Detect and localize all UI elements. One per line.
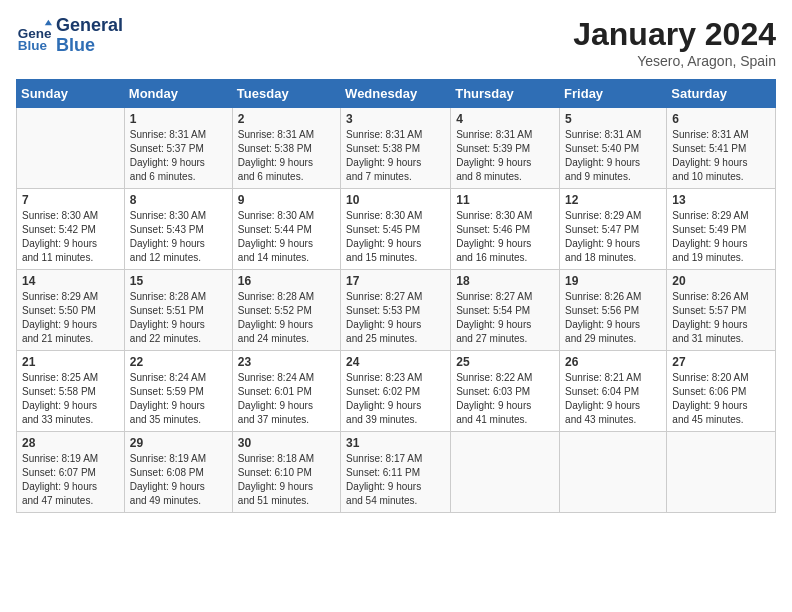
calendar-cell: 15Sunrise: 8:28 AMSunset: 5:51 PMDayligh… bbox=[124, 270, 232, 351]
cell-info-line: Sunrise: 8:30 AM bbox=[130, 210, 206, 221]
cell-info-line: Sunrise: 8:30 AM bbox=[346, 210, 422, 221]
cell-info-line: Sunset: 5:38 PM bbox=[238, 143, 312, 154]
cell-info-line: Sunset: 5:40 PM bbox=[565, 143, 639, 154]
svg-text:Blue: Blue bbox=[18, 38, 48, 53]
cell-info-line: and 7 minutes. bbox=[346, 171, 412, 182]
cell-info-line: and 49 minutes. bbox=[130, 495, 201, 506]
cell-info-line: Daylight: 9 hours bbox=[130, 157, 205, 168]
cell-info-line: Daylight: 9 hours bbox=[565, 400, 640, 411]
day-header-tuesday: Tuesday bbox=[232, 80, 340, 108]
calendar-cell: 3Sunrise: 8:31 AMSunset: 5:38 PMDaylight… bbox=[341, 108, 451, 189]
cell-info-line: Sunrise: 8:29 AM bbox=[672, 210, 748, 221]
calendar-cell: 24Sunrise: 8:23 AMSunset: 6:02 PMDayligh… bbox=[341, 351, 451, 432]
cell-info-line: and 25 minutes. bbox=[346, 333, 417, 344]
day-number: 14 bbox=[22, 274, 119, 288]
title-block: January 2024 Yesero, Aragon, Spain bbox=[573, 16, 776, 69]
cell-info-line: and 6 minutes. bbox=[130, 171, 196, 182]
cell-info-line: and 16 minutes. bbox=[456, 252, 527, 263]
cell-info-line: Daylight: 9 hours bbox=[346, 157, 421, 168]
day-header-thursday: Thursday bbox=[451, 80, 560, 108]
cell-info-line: Daylight: 9 hours bbox=[672, 400, 747, 411]
calendar-cell: 18Sunrise: 8:27 AMSunset: 5:54 PMDayligh… bbox=[451, 270, 560, 351]
cell-info-line: Daylight: 9 hours bbox=[22, 319, 97, 330]
day-number: 1 bbox=[130, 112, 227, 126]
calendar-week-1: 1Sunrise: 8:31 AMSunset: 5:37 PMDaylight… bbox=[17, 108, 776, 189]
day-header-sunday: Sunday bbox=[17, 80, 125, 108]
cell-info-line: Sunset: 6:03 PM bbox=[456, 386, 530, 397]
cell-info: Sunrise: 8:28 AMSunset: 5:52 PMDaylight:… bbox=[238, 290, 335, 346]
calendar-cell: 28Sunrise: 8:19 AMSunset: 6:07 PMDayligh… bbox=[17, 432, 125, 513]
cell-info: Sunrise: 8:27 AMSunset: 5:54 PMDaylight:… bbox=[456, 290, 554, 346]
cell-info-line: Sunset: 5:41 PM bbox=[672, 143, 746, 154]
day-number: 17 bbox=[346, 274, 445, 288]
calendar-cell: 20Sunrise: 8:26 AMSunset: 5:57 PMDayligh… bbox=[667, 270, 776, 351]
cell-info-line: Sunset: 5:46 PM bbox=[456, 224, 530, 235]
day-number: 27 bbox=[672, 355, 770, 369]
cell-info-line: Sunset: 5:56 PM bbox=[565, 305, 639, 316]
cell-info-line: Sunrise: 8:25 AM bbox=[22, 372, 98, 383]
cell-info-line: Sunset: 5:44 PM bbox=[238, 224, 312, 235]
cell-info: Sunrise: 8:28 AMSunset: 5:51 PMDaylight:… bbox=[130, 290, 227, 346]
cell-info-line: and 39 minutes. bbox=[346, 414, 417, 425]
cell-info-line: Sunrise: 8:30 AM bbox=[238, 210, 314, 221]
calendar-cell: 26Sunrise: 8:21 AMSunset: 6:04 PMDayligh… bbox=[560, 351, 667, 432]
cell-info-line: Sunset: 6:06 PM bbox=[672, 386, 746, 397]
day-number: 18 bbox=[456, 274, 554, 288]
location: Yesero, Aragon, Spain bbox=[573, 53, 776, 69]
calendar-cell: 5Sunrise: 8:31 AMSunset: 5:40 PMDaylight… bbox=[560, 108, 667, 189]
cell-info-line: Sunrise: 8:19 AM bbox=[130, 453, 206, 464]
cell-info-line: Daylight: 9 hours bbox=[346, 238, 421, 249]
cell-info-line: Sunset: 5:59 PM bbox=[130, 386, 204, 397]
cell-info-line: and 8 minutes. bbox=[456, 171, 522, 182]
cell-info: Sunrise: 8:30 AMSunset: 5:45 PMDaylight:… bbox=[346, 209, 445, 265]
day-number: 24 bbox=[346, 355, 445, 369]
cell-info: Sunrise: 8:31 AMSunset: 5:38 PMDaylight:… bbox=[238, 128, 335, 184]
cell-info: Sunrise: 8:25 AMSunset: 5:58 PMDaylight:… bbox=[22, 371, 119, 427]
calendar-week-4: 21Sunrise: 8:25 AMSunset: 5:58 PMDayligh… bbox=[17, 351, 776, 432]
cell-info-line: and 31 minutes. bbox=[672, 333, 743, 344]
cell-info-line: Sunrise: 8:26 AM bbox=[565, 291, 641, 302]
cell-info: Sunrise: 8:31 AMSunset: 5:38 PMDaylight:… bbox=[346, 128, 445, 184]
cell-info-line: Sunrise: 8:31 AM bbox=[346, 129, 422, 140]
calendar-cell: 8Sunrise: 8:30 AMSunset: 5:43 PMDaylight… bbox=[124, 189, 232, 270]
day-number: 23 bbox=[238, 355, 335, 369]
calendar-cell: 25Sunrise: 8:22 AMSunset: 6:03 PMDayligh… bbox=[451, 351, 560, 432]
cell-info-line: and 6 minutes. bbox=[238, 171, 304, 182]
cell-info-line: Sunset: 6:02 PM bbox=[346, 386, 420, 397]
cell-info-line: and 35 minutes. bbox=[130, 414, 201, 425]
cell-info-line: Sunrise: 8:31 AM bbox=[130, 129, 206, 140]
logo-icon: General Blue bbox=[16, 18, 52, 54]
calendar-cell: 10Sunrise: 8:30 AMSunset: 5:45 PMDayligh… bbox=[341, 189, 451, 270]
cell-info-line: Sunrise: 8:18 AM bbox=[238, 453, 314, 464]
cell-info-line: Daylight: 9 hours bbox=[565, 319, 640, 330]
day-number: 9 bbox=[238, 193, 335, 207]
calendar-table: SundayMondayTuesdayWednesdayThursdayFrid… bbox=[16, 79, 776, 513]
cell-info: Sunrise: 8:20 AMSunset: 6:06 PMDaylight:… bbox=[672, 371, 770, 427]
calendar-cell: 17Sunrise: 8:27 AMSunset: 5:53 PMDayligh… bbox=[341, 270, 451, 351]
calendar-cell: 29Sunrise: 8:19 AMSunset: 6:08 PMDayligh… bbox=[124, 432, 232, 513]
calendar-cell: 21Sunrise: 8:25 AMSunset: 5:58 PMDayligh… bbox=[17, 351, 125, 432]
cell-info-line: Sunrise: 8:17 AM bbox=[346, 453, 422, 464]
cell-info-line: Sunset: 5:58 PM bbox=[22, 386, 96, 397]
cell-info-line: Daylight: 9 hours bbox=[130, 400, 205, 411]
cell-info: Sunrise: 8:19 AMSunset: 6:07 PMDaylight:… bbox=[22, 452, 119, 508]
cell-info-line: Daylight: 9 hours bbox=[238, 319, 313, 330]
cell-info: Sunrise: 8:29 AMSunset: 5:49 PMDaylight:… bbox=[672, 209, 770, 265]
day-number: 3 bbox=[346, 112, 445, 126]
cell-info-line: Sunrise: 8:24 AM bbox=[130, 372, 206, 383]
day-number: 31 bbox=[346, 436, 445, 450]
cell-info: Sunrise: 8:27 AMSunset: 5:53 PMDaylight:… bbox=[346, 290, 445, 346]
cell-info-line: Sunset: 5:50 PM bbox=[22, 305, 96, 316]
cell-info-line: and 14 minutes. bbox=[238, 252, 309, 263]
cell-info-line: and 15 minutes. bbox=[346, 252, 417, 263]
cell-info-line: Daylight: 9 hours bbox=[238, 157, 313, 168]
day-number: 10 bbox=[346, 193, 445, 207]
cell-info-line: and 22 minutes. bbox=[130, 333, 201, 344]
calendar-cell: 11Sunrise: 8:30 AMSunset: 5:46 PMDayligh… bbox=[451, 189, 560, 270]
cell-info: Sunrise: 8:19 AMSunset: 6:08 PMDaylight:… bbox=[130, 452, 227, 508]
day-number: 25 bbox=[456, 355, 554, 369]
cell-info-line: and 21 minutes. bbox=[22, 333, 93, 344]
day-number: 16 bbox=[238, 274, 335, 288]
cell-info-line: Daylight: 9 hours bbox=[130, 481, 205, 492]
cell-info-line: Sunset: 5:53 PM bbox=[346, 305, 420, 316]
